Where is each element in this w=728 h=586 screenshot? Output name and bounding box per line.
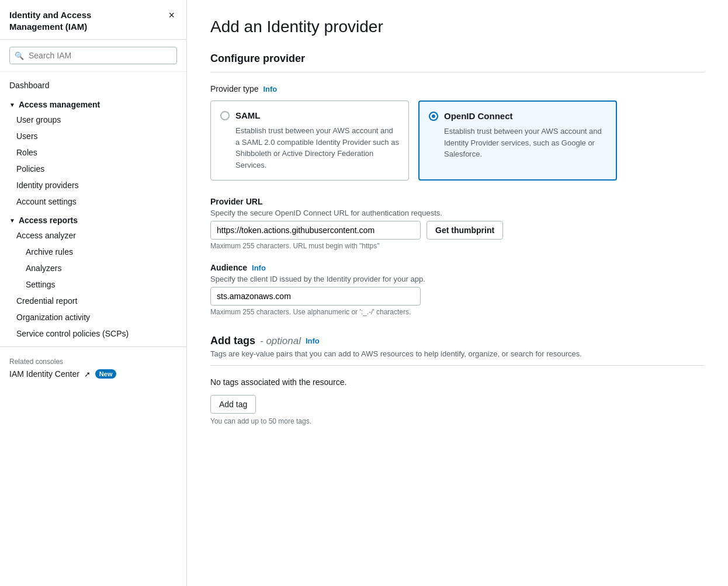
sidebar-item-roles[interactable]: Roles	[0, 144, 186, 161]
iam-identity-center-link[interactable]: IAM Identity Center ➚ New	[9, 369, 177, 379]
sidebar-item-user-groups[interactable]: User groups	[0, 112, 186, 128]
saml-card-name: SAML	[235, 110, 261, 120]
get-thumbprint-button[interactable]: Get thumbprint	[427, 221, 503, 240]
add-tags-title: Add tags - optional Info	[210, 335, 705, 347]
sidebar-item-service-control-policies[interactable]: Service control policies (SCPs)	[0, 325, 186, 342]
sidebar-header: Identity and Access Management (IAM) ×	[0, 0, 186, 40]
sidebar-item-archive-rules[interactable]: Archive rules	[0, 244, 186, 260]
sidebar-item-credential-report[interactable]: Credential report	[0, 293, 186, 309]
audience-input[interactable]	[210, 287, 421, 306]
sidebar-section-access-management: ▼ Access management	[0, 94, 186, 112]
related-consoles: Related consoles IAM Identity Center ➚ N…	[0, 352, 186, 384]
audience-hint: Specify the client ID issued by the Iden…	[210, 275, 705, 283]
sidebar-divider	[0, 346, 186, 347]
provider-type-label: Provider type Info	[210, 84, 705, 93]
audience-field: Audience Info Specify the client ID issu…	[210, 263, 705, 316]
add-tag-button[interactable]: Add tag	[210, 395, 256, 414]
provider-url-input[interactable]	[210, 221, 421, 240]
sidebar-item-policies[interactable]: Policies	[0, 161, 186, 177]
openid-card-header: OpenID Connect	[429, 111, 606, 121]
chevron-down-icon: ▼	[9, 102, 15, 108]
search-icon: 🔍	[15, 51, 24, 60]
chevron-down-icon: ▼	[9, 217, 15, 224]
sidebar-item-organization-activity[interactable]: Organization activity	[0, 309, 186, 325]
external-link-icon: ➚	[84, 370, 91, 379]
sidebar-section-label: Access reports	[19, 216, 78, 225]
page-title: Add an Identity provider	[210, 18, 705, 36]
audience-label: Audience Info	[210, 263, 705, 272]
provider-url-row: Get thumbprint	[210, 221, 705, 240]
sidebar-item-settings[interactable]: Settings	[0, 276, 186, 293]
configure-provider-section: Configure provider Provider type Info SA…	[210, 53, 705, 316]
provider-type-cards: SAML Establish trust between your AWS ac…	[210, 100, 705, 181]
add-tags-title-text: Add tags	[210, 335, 255, 347]
sidebar-item-identity-providers[interactable]: Identity providers	[0, 177, 186, 193]
provider-type-info-link[interactable]: Info	[263, 85, 277, 93]
sidebar-section-access-reports: ▼ Access reports	[0, 210, 186, 227]
related-consoles-label: Related consoles	[9, 358, 177, 366]
iam-identity-center-label: IAM Identity Center	[9, 369, 79, 379]
openid-radio-button[interactable]	[429, 112, 438, 121]
sidebar-item-dashboard[interactable]: Dashboard	[0, 77, 186, 94]
search-input[interactable]	[9, 47, 177, 64]
main-content: Add an Identity provider Configure provi…	[187, 0, 728, 586]
sidebar-item-users[interactable]: Users	[0, 128, 186, 144]
no-tags-message: No tags associated with the resource.	[210, 377, 705, 387]
section-divider	[210, 72, 705, 72]
add-tags-info-link[interactable]: Info	[306, 337, 320, 345]
saml-radio-button[interactable]	[220, 111, 230, 120]
openid-card-desc: Establish trust between your AWS account…	[429, 126, 606, 160]
saml-card-desc: Establish trust between your AWS account…	[220, 125, 399, 171]
openid-card-name: OpenID Connect	[444, 111, 513, 121]
provider-url-field: Provider URL Specify the secure OpenID C…	[210, 197, 705, 250]
sidebar-search-area: 🔍	[0, 40, 186, 72]
sidebar-close-button[interactable]: ×	[166, 9, 177, 22]
audience-info-link[interactable]: Info	[252, 263, 266, 272]
sidebar-item-analyzers[interactable]: Analyzers	[0, 260, 186, 276]
add-tags-optional: - optional	[260, 335, 301, 347]
sidebar-item-account-settings[interactable]: Account settings	[0, 193, 186, 210]
configure-provider-title: Configure provider	[210, 53, 705, 65]
provider-url-hint: Specify the secure OpenID Connect URL fo…	[210, 209, 705, 217]
sidebar-nav: Dashboard ▼ Access management User group…	[0, 72, 186, 586]
provider-url-label-text: Provider URL	[210, 197, 262, 206]
tags-section-divider	[210, 365, 705, 366]
provider-type-text: Provider type	[210, 84, 258, 93]
sidebar-item-access-analyzer[interactable]: Access analyzer	[0, 227, 186, 244]
saml-card-header: SAML	[220, 110, 399, 120]
sidebar: Identity and Access Management (IAM) × 🔍…	[0, 0, 187, 586]
add-tags-section: Add tags - optional Info Tags are key-va…	[210, 335, 705, 425]
provider-url-note: Maximum 255 characters. URL must begin w…	[210, 242, 705, 250]
tags-max-note: You can add up to 50 more tags.	[210, 417, 705, 425]
saml-provider-card[interactable]: SAML Establish trust between your AWS ac…	[210, 100, 409, 181]
new-badge: New	[95, 369, 117, 379]
audience-label-text: Audience	[210, 263, 247, 272]
add-tags-description: Tags are key-value pairs that you can ad…	[210, 349, 705, 358]
provider-url-label: Provider URL	[210, 197, 705, 206]
openid-provider-card[interactable]: OpenID Connect Establish trust between y…	[418, 100, 617, 181]
audience-note: Maximum 255 characters. Use alphanumeric…	[210, 308, 705, 316]
sidebar-section-label: Access management	[19, 100, 100, 109]
sidebar-title: Identity and Access Management (IAM)	[9, 9, 91, 32]
